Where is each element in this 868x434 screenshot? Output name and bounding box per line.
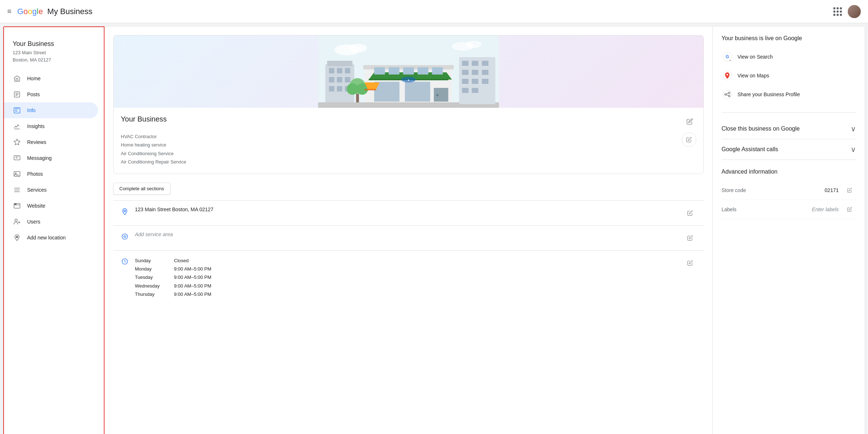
business-card: ● Your Business HVAC Contractor Ho [113,35,704,174]
add-location-icon [13,233,21,242]
share-profile-link[interactable]: Share your Business Profile [722,85,856,104]
svg-rect-20 [329,77,335,82]
view-on-search-link[interactable]: 🔍 G View on Search [722,47,856,66]
hamburger-menu[interactable]: ≡ [7,7,12,16]
messaging-icon [13,154,21,162]
svg-rect-3 [14,171,20,176]
sidebar: Your Business 123 Main Street Boston, MA… [3,26,105,434]
svg-rect-31 [405,82,430,102]
svg-rect-17 [329,68,335,73]
svg-rect-38 [432,67,443,75]
users-icon [13,217,21,226]
photos-label: Photos [27,171,43,177]
location-pin-icon [120,207,129,216]
svg-rect-35 [389,67,400,75]
svg-point-7 [16,204,17,205]
svg-point-4 [15,173,16,174]
sidebar-item-add-location[interactable]: Add new location [4,230,98,246]
pencil-circle-icon [686,137,692,142]
apps-button[interactable] [830,4,845,19]
edit-categories-button[interactable] [682,132,696,147]
edit-service-area-button[interactable] [684,231,697,244]
svg-rect-24 [337,86,342,92]
messaging-label: Messaging [27,155,52,161]
insights-label: Insights [27,123,44,129]
reviews-icon [13,138,21,146]
assistant-calls-section: Google Assistant calls ∨ [722,139,856,160]
svg-point-61 [122,234,128,239]
svg-point-33 [437,94,439,96]
svg-rect-2 [14,156,20,160]
avatar-image [848,5,861,18]
svg-rect-45 [472,70,478,75]
svg-rect-44 [462,70,469,75]
advanced-information-section: Advanced information Store code 02171 La… [722,169,856,219]
website-icon [13,201,21,210]
share-profile-label: Share your Business Profile [737,92,800,97]
view-on-maps-link[interactable]: View on Maps [722,66,856,85]
center-column: ● Your Business HVAC Contractor Ho [105,26,713,434]
close-business-header[interactable]: Close this business on Google ∨ [722,124,856,133]
google-search-icon: 🔍 G [722,51,733,63]
svg-point-6 [14,204,15,205]
svg-rect-21 [337,77,342,82]
store-code-value: 02171 [825,187,839,193]
users-label: Users [27,219,41,225]
sidebar-item-home[interactable]: Home [4,71,98,86]
edit-address-button[interactable] [684,207,697,220]
assistant-calls-title: Google Assistant calls [722,146,778,153]
svg-rect-32 [434,88,448,102]
monday-hours: Monday 9:00 AM–5:00 PM [135,265,684,273]
sidebar-item-messaging[interactable]: Messaging [4,150,98,166]
sidebar-item-photos[interactable]: Photos [4,166,98,182]
sidebar-item-info[interactable]: Info [4,102,98,118]
svg-rect-16 [327,61,353,66]
sidebar-item-reviews[interactable]: Reviews [4,134,98,150]
svg-point-12 [349,44,367,52]
svg-rect-48 [472,79,478,84]
sidebar-item-insights[interactable]: Insights [4,118,98,134]
sidebar-item-website[interactable]: Website [4,198,98,214]
sidebar-business-name: Your Business [13,40,95,48]
google-logo: Google [17,7,43,16]
close-business-section: Close this business on Google ∨ [722,119,856,139]
complete-all-sections-banner[interactable]: Complete all sections [113,183,170,195]
svg-rect-37 [418,67,429,75]
add-location-label: Add new location [27,235,66,241]
svg-rect-36 [403,67,414,75]
edit-store-code-button[interactable] [843,184,856,197]
svg-rect-49 [482,79,489,84]
live-status-section: Your business is live on Google 🔍 G View… [722,35,856,104]
store-code-value-container: 02171 [825,184,856,197]
edit-business-name-button[interactable] [683,115,696,128]
view-on-maps-label: View on Maps [737,73,769,78]
sidebar-item-users[interactable]: Users [4,214,98,230]
edit-hours-button[interactable] [684,256,697,269]
svg-point-8 [15,219,17,222]
svg-rect-47 [462,79,469,84]
sidebar-item-services[interactable]: Services [4,182,98,198]
assistant-calls-header[interactable]: Google Assistant calls ∨ [722,145,856,154]
main-wrapper: Your Business 123 Main Street Boston, MA… [3,26,865,434]
service-area-row: Add service area [113,225,704,250]
svg-point-60 [124,210,126,212]
sidebar-item-posts[interactable]: Posts [4,86,98,102]
svg-rect-42 [472,61,478,66]
reviews-label: Reviews [27,139,46,145]
photos-icon [13,170,21,178]
assistant-calls-chevron: ∨ [851,145,856,154]
info-label: Info [27,107,35,113]
business-card-body: Your Business HVAC Contractor Home heati… [114,108,703,174]
edit-labels-button[interactable] [843,203,856,216]
hours-value: Sunday Closed Monday 9:00 AM–5:00 PM Tue… [135,256,684,299]
right-column: Your business is live on Google 🔍 G View… [713,26,865,434]
address-value: 123 Main Street Boston, MA 02127 [135,207,684,212]
insights-icon [13,122,21,131]
labels-value-container: Enter labels [812,203,856,216]
close-business-chevron: ∨ [851,124,856,133]
labels-row: Labels Enter labels [722,200,856,219]
store-code-label: Store code [722,187,746,193]
live-status-title: Your business is live on Google [722,35,856,42]
user-avatar[interactable] [848,5,861,18]
pencil-icon [686,118,693,125]
